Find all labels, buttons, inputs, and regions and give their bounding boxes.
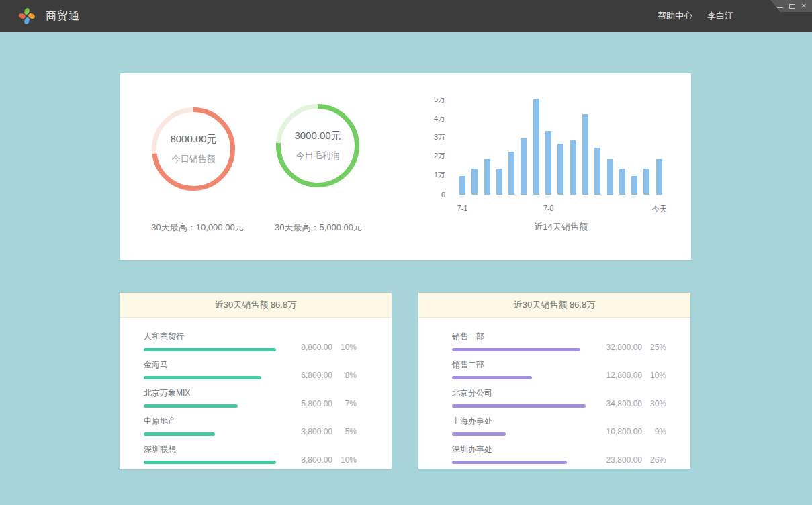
row-progress-bar [452,404,586,408]
list-item: 金海马 6,800.00 8% [144,359,357,379]
departments-list: 销售一部 32,800.00 25% 销售二部 12,800.00 10% 北京… [418,318,690,464]
list-item: 深圳办事处 23,800.00 26% [452,444,666,464]
chart-bar [570,140,576,195]
row-progress-bar [144,376,261,379]
x-axis-tick: 7-1 [457,204,468,212]
row-percent: 8% [332,371,357,380]
list-item: 销售二部 12,800.00 10% [452,359,666,379]
row-percent: 9% [642,427,666,437]
row-value: 6,800.00 [285,371,332,380]
list-item: 北京万象MIX 5,800.00 7% [144,387,357,408]
row-progress-bar [144,432,215,436]
gauge-today-profit: 3000.00元 今日毛利润 [276,104,359,187]
row-value: 8,800.00 [285,455,332,465]
list-item: 北京分公司 34,800.00 30% [452,387,666,408]
chart-bar [496,169,502,195]
maximize-button[interactable] [789,2,795,10]
chart-bar [643,169,649,195]
row-percent: 10% [332,455,357,465]
row-progress-bar [144,348,276,351]
row-value: 32,800.00 [595,342,642,352]
row-name: 北京分公司 [452,387,586,399]
row-progress-bar [452,376,532,379]
x-axis-tick: 7-8 [543,204,554,212]
row-value: 34,800.00 [595,399,642,408]
list-item: 中原地产 3,800.00 5% [144,416,357,436]
y-axis-tick: 0 [441,191,445,199]
today-profit-value: 3000.00元 [294,130,341,142]
row-progress-bar [452,348,580,351]
row-percent: 30% [642,399,666,408]
chart-bar [582,114,588,195]
chart-bar [557,144,563,195]
bar-chart-bars [459,93,662,195]
row-name: 销售二部 [452,359,586,371]
maximize-icon [789,4,795,9]
y-axis-tick: 1万 [434,170,445,180]
row-percent: 5% [332,427,357,437]
customers-list: 人和商贸行 8,800.00 10% 金海马 6,800.00 8% 北京万象M… [120,318,392,464]
chart-bar [607,159,613,195]
chart-bar [545,131,551,195]
app-logo-icon [17,7,36,26]
y-axis-tick: 2万 [434,151,445,161]
chart-bar [508,152,514,195]
today-profit-label: 今日毛利润 [296,150,340,162]
chart-bar [619,169,625,195]
row-progress-bar [144,461,276,464]
gauge-text: 3000.00元 今日毛利润 [276,104,359,187]
row-percent: 26% [642,455,666,465]
profit-30day-high: 30天最高：5,000.00元 [241,222,396,234]
y-axis-tick: 4万 [434,113,445,124]
row-percent: 10% [332,342,357,352]
chart-bar [631,176,637,195]
chart-bar [484,159,490,195]
gauge-text: 8000.00元 今日销售额 [152,107,235,191]
chart-bar [471,169,478,195]
list-item: 销售一部 32,800.00 25% [452,331,666,351]
today-sales-value: 8000.00元 [170,133,216,146]
row-name: 深圳联想 [144,444,278,455]
row-percent: 25% [642,342,666,352]
row-name: 人和商贸行 [144,331,278,342]
row-progress-bar [452,461,567,464]
departments-card-title: 近30天销售额 86.8万 [418,293,690,318]
row-name: 中原地产 [144,416,278,427]
top-bar: 商贸通 帮助中心 李白江 [0,0,812,32]
row-name: 北京万象MIX [144,387,278,399]
row-value: 23,800.00 [595,455,642,465]
overview-card: 8000.00元 今日销售额 30天最高：10,000.00元 3000.00元… [120,73,691,260]
bar-chart-y-axis: 01万2万3万4万5万 [421,93,445,195]
list-item: 人和商贸行 8,800.00 10% [144,331,357,351]
bar-chart-title: 近14天销售额 [459,221,662,233]
chart-bar [521,138,527,195]
nav-help-center[interactable]: 帮助中心 [658,10,692,22]
row-value: 10,800.00 [595,427,642,437]
list-item: 上海办事处 10,800.00 9% [452,416,666,436]
x-axis-tick: 今天 [652,204,667,214]
chart-bar [656,159,662,195]
row-value: 3,800.00 [285,427,332,437]
customers-card: 近30天销售额 86.8万 人和商贸行 8,800.00 10% 金海马 6,8… [120,293,392,469]
row-value: 5,800.00 [285,399,332,408]
row-percent: 7% [332,399,357,408]
row-name: 上海办事处 [452,416,586,427]
customers-card-title: 近30天销售额 86.8万 [120,293,392,318]
chart-bar [459,176,465,195]
departments-card: 近30天销售额 86.8万 销售一部 32,800.00 25% 销售二部 12… [418,293,690,469]
chart-bar [594,148,600,195]
row-value: 8,800.00 [285,342,332,352]
gauge-today-sales: 8000.00元 今日销售额 [152,107,235,191]
today-sales-label: 今日销售额 [172,153,216,165]
y-axis-tick: 5万 [434,95,445,105]
nav-user-name[interactable]: 李白江 [707,10,733,22]
row-value: 12,800.00 [595,371,642,380]
list-item: 深圳联想 8,800.00 10% [144,444,357,464]
row-progress-bar [452,432,506,436]
close-button[interactable]: ✕ [801,2,807,10]
bar-chart-x-axis: 7-17-8今天 [459,204,662,214]
app-title: 商贸通 [46,9,80,24]
row-name: 金海马 [144,359,278,371]
row-percent: 10% [642,371,666,380]
y-axis-tick: 3万 [434,132,445,142]
